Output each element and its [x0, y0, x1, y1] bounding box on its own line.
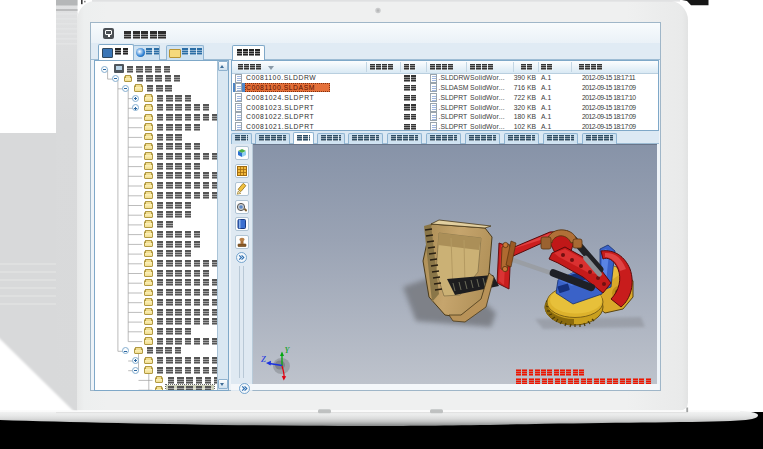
svg-text:Y: Y — [284, 345, 290, 355]
svg-text:Z: Z — [261, 354, 266, 364]
